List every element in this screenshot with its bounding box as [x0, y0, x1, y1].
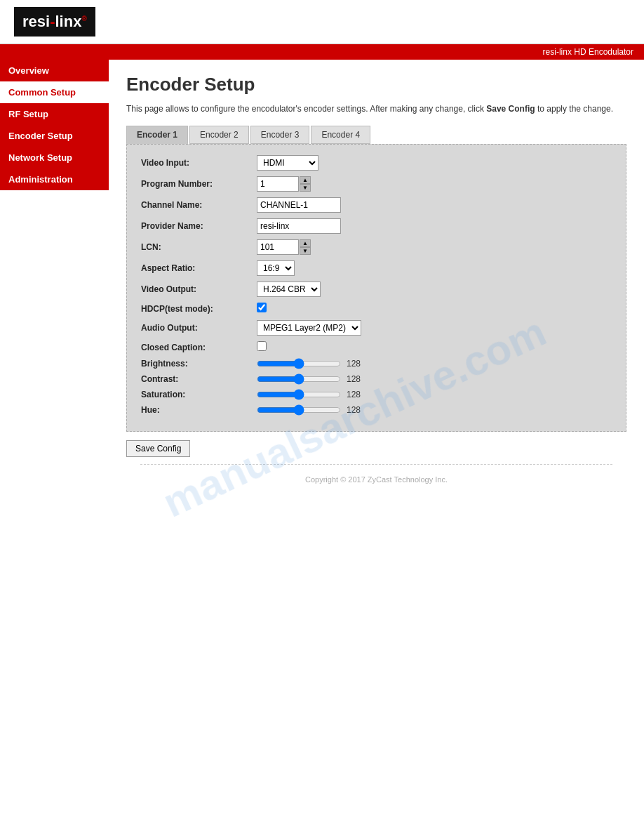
provider-name-input[interactable]: [257, 218, 341, 234]
closed-caption-row: Closed Caption:: [141, 341, 612, 353]
top-bar-label: resi-linx HD Encodulator: [543, 47, 633, 57]
program-number-control: ▲ ▼: [257, 176, 612, 192]
hue-slider[interactable]: [257, 405, 341, 415]
contrast-label: Contrast:: [141, 374, 257, 384]
video-output-label: Video Output:: [141, 284, 257, 294]
audio-output-row: Audio Output: MPEG1 Layer2 (MP2) AAC AC3: [141, 320, 612, 336]
channel-name-row: Channel Name:: [141, 197, 612, 213]
saturation-slider[interactable]: [257, 390, 341, 399]
video-input-row: Video Input: HDMI SDI Composite: [141, 155, 612, 171]
sidebar-item-encoder-setup[interactable]: Encoder Setup: [0, 125, 109, 147]
hue-value: 128: [347, 405, 361, 415]
lcn-up[interactable]: ▲: [300, 239, 311, 247]
saturation-row: Saturation: 128: [141, 390, 612, 399]
video-input-control: HDMI SDI Composite: [257, 155, 612, 171]
provider-name-row: Provider Name:: [141, 218, 612, 234]
program-number-row: Program Number: ▲ ▼: [141, 176, 612, 192]
aspect-ratio-row: Aspect Ratio: 16:9 4:3: [141, 260, 612, 276]
lcn-row: LCN: ▲ ▼: [141, 239, 612, 255]
logo: resi-linx®: [14, 7, 95, 37]
lcn-spinner-buttons: ▲ ▼: [300, 239, 311, 255]
logo-linx: linx: [55, 13, 81, 30]
hdcp-row: HDCP(test mode):: [141, 303, 612, 315]
hue-control: 128: [257, 405, 612, 415]
logo-brand: resi: [22, 13, 50, 30]
closed-caption-checkbox[interactable]: [257, 341, 267, 351]
program-number-input[interactable]: [257, 176, 299, 192]
contrast-slider[interactable]: [257, 374, 341, 384]
encoder-form-box: Video Input: HDMI SDI Composite Program …: [126, 144, 626, 432]
channel-name-control: [257, 197, 612, 213]
closed-caption-label: Closed Caption:: [141, 343, 257, 352]
hue-label: Hue:: [141, 405, 257, 415]
program-number-up[interactable]: ▲: [300, 176, 311, 184]
program-number-spinner: ▲ ▼: [257, 176, 311, 192]
provider-name-control: [257, 218, 612, 234]
main-layout: Overview Common Setup RF Setup Encoder S…: [0, 60, 644, 515]
contrast-control: 128: [257, 374, 612, 384]
sidebar-item-network-setup[interactable]: Network Setup: [0, 147, 109, 168]
footer: Copyright © 2017 ZyCast Technology Inc.: [140, 464, 612, 494]
lcn-spinner: ▲ ▼: [257, 239, 311, 255]
lcn-label: LCN:: [141, 242, 257, 252]
brightness-value: 128: [347, 359, 361, 369]
hue-row: Hue: 128: [141, 405, 612, 415]
copyright: Copyright © 2017 ZyCast Technology Inc.: [305, 475, 448, 484]
video-input-select[interactable]: HDMI SDI Composite: [257, 155, 318, 171]
video-input-label: Video Input:: [141, 158, 257, 168]
lcn-down[interactable]: ▼: [300, 247, 311, 255]
provider-name-label: Provider Name:: [141, 221, 257, 231]
aspect-ratio-select[interactable]: 16:9 4:3: [257, 260, 295, 276]
channel-name-input[interactable]: [257, 197, 341, 213]
page-desc: This page allows to configure the encodu…: [126, 102, 626, 115]
brightness-label: Brightness:: [141, 359, 257, 369]
program-number-down[interactable]: ▼: [300, 184, 311, 192]
program-number-spinner-buttons: ▲ ▼: [300, 176, 311, 192]
closed-caption-control: [257, 341, 612, 353]
audio-output-control: MPEG1 Layer2 (MP2) AAC AC3: [257, 320, 612, 336]
sidebar: Overview Common Setup RF Setup Encoder S…: [0, 60, 109, 515]
lcn-control: ▲ ▼: [257, 239, 612, 255]
brightness-control: 128: [257, 359, 612, 369]
tab-encoder3[interactable]: Encoder 3: [250, 126, 310, 144]
header: resi-linx®: [0, 0, 644, 44]
tab-encoder4[interactable]: Encoder 4: [311, 126, 370, 144]
page-title: Encoder Setup: [126, 74, 626, 95]
logo-reg: ®: [81, 15, 86, 22]
sidebar-item-overview[interactable]: Overview: [0, 60, 109, 81]
saturation-label: Saturation:: [141, 390, 257, 399]
saturation-control: 128: [257, 390, 612, 399]
hdcp-label: HDCP(test mode):: [141, 304, 257, 314]
sidebar-item-administration[interactable]: Administration: [0, 168, 109, 190]
video-output-control: H.264 CBR H.264 VBR MPEG2: [257, 282, 612, 297]
encoder-tabs: Encoder 1 Encoder 2 Encoder 3 Encoder 4: [126, 126, 626, 144]
brightness-slider[interactable]: [257, 359, 341, 369]
hdcp-control: [257, 303, 612, 315]
lcn-input[interactable]: [257, 239, 299, 255]
top-bar: resi-linx HD Encodulator: [0, 44, 644, 60]
contrast-row: Contrast: 128: [141, 374, 612, 384]
audio-output-select[interactable]: MPEG1 Layer2 (MP2) AAC AC3: [257, 320, 361, 336]
video-output-select[interactable]: H.264 CBR H.264 VBR MPEG2: [257, 282, 321, 297]
save-config-button[interactable]: Save Config: [126, 440, 190, 457]
tab-encoder1[interactable]: Encoder 1: [126, 126, 188, 144]
video-output-row: Video Output: H.264 CBR H.264 VBR MPEG2: [141, 282, 612, 297]
content: Encoder Setup This page allows to config…: [109, 60, 644, 515]
brightness-row: Brightness: 128: [141, 359, 612, 369]
contrast-value: 128: [347, 374, 361, 384]
logo-text: resi-linx®: [22, 13, 87, 31]
channel-name-label: Channel Name:: [141, 200, 257, 210]
aspect-ratio-control: 16:9 4:3: [257, 260, 612, 276]
sidebar-item-common-setup[interactable]: Common Setup: [0, 81, 109, 103]
sidebar-item-rf-setup[interactable]: RF Setup: [0, 103, 109, 125]
tab-encoder2[interactable]: Encoder 2: [189, 126, 249, 144]
program-number-label: Program Number:: [141, 179, 257, 189]
audio-output-label: Audio Output:: [141, 323, 257, 333]
hdcp-checkbox[interactable]: [257, 303, 267, 312]
aspect-ratio-label: Aspect Ratio:: [141, 263, 257, 273]
saturation-value: 128: [347, 390, 361, 399]
